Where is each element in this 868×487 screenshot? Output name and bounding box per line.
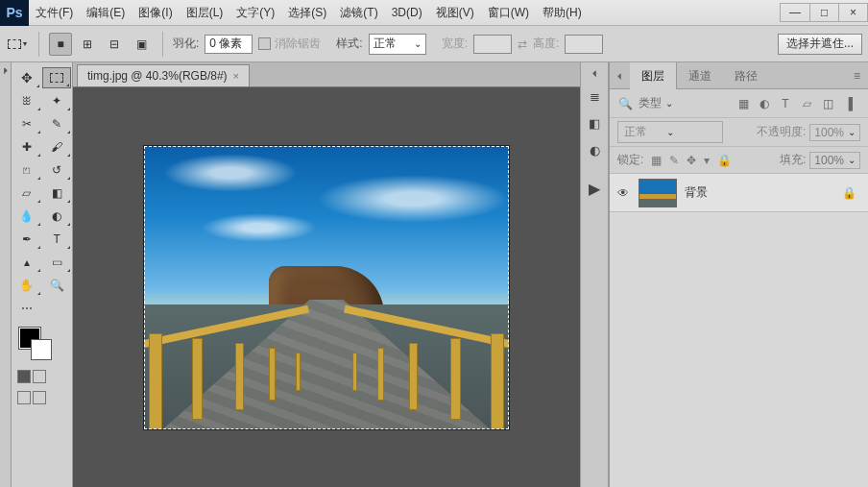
menu-file[interactable]: 文件(F) [29, 0, 80, 26]
stamp-icon: ⏍ [23, 163, 30, 177]
filter-pixel-icon[interactable]: ▦ [735, 96, 751, 111]
menu-view[interactable]: 视图(V) [429, 0, 481, 26]
color-swatches[interactable] [12, 328, 72, 366]
filter-type-label: 类型 [639, 95, 662, 111]
quick-select-tool[interactable]: ✦ [43, 90, 72, 111]
lock-icon: 🔒 [842, 186, 862, 200]
background-swatch[interactable] [31, 339, 52, 360]
menu-edit[interactable]: 编辑(E) [80, 0, 132, 26]
screen-mode-std-button[interactable] [17, 391, 31, 404]
lock-paint-icon[interactable]: ✎ [669, 154, 679, 167]
eraser-tool[interactable]: ▱ [12, 183, 41, 204]
menu-layer[interactable]: 图层(L) [180, 0, 230, 26]
dodge-tool[interactable]: ◐ [43, 206, 72, 227]
canvas-zone: timg.jpg @ 40.3%(RGB/8#) × [73, 62, 580, 487]
select-and-mask-button[interactable]: 选择并遮住... [778, 34, 862, 55]
filter-smart-icon[interactable]: ◫ [820, 96, 835, 111]
hand-tool[interactable]: ✋ [12, 275, 41, 296]
antialias-checkbox [258, 37, 271, 50]
menu-help[interactable]: 帮助(H) [536, 0, 589, 26]
canvas-view[interactable] [73, 87, 580, 487]
move-tool[interactable]: ✥ [12, 67, 40, 88]
history-brush-icon: ↺ [52, 163, 61, 177]
filter-adjust-icon[interactable]: ◐ [757, 96, 772, 111]
opacity-input[interactable]: 100% ⌄ [809, 124, 860, 141]
filter-shape-icon[interactable]: ▱ [799, 96, 814, 111]
document-tab[interactable]: timg.jpg @ 40.3%(RGB/8#) × [77, 64, 250, 86]
fill-input[interactable]: 100% ⌄ [809, 152, 860, 169]
screen-mode-full-button[interactable] [33, 391, 46, 404]
marquee-tool[interactable] [42, 67, 71, 88]
chevron-down-icon: ⌄ [665, 98, 673, 109]
lock-nest-icon[interactable]: ▾ [704, 154, 710, 167]
lock-pos-icon[interactable]: ✥ [687, 154, 696, 167]
bandage-icon: ✚ [22, 140, 32, 154]
zoom-tool[interactable]: 🔍 [43, 275, 72, 296]
crop-tool[interactable]: ✂ [12, 113, 41, 134]
menu-type[interactable]: 文字(Y) [229, 0, 281, 26]
feather-input[interactable]: 0 像素 [205, 35, 253, 54]
lasso-tool[interactable]: ꖿ [12, 90, 41, 111]
panel-menu-button[interactable]: ≡ [846, 69, 868, 83]
tab-paths[interactable]: 路径 [723, 62, 769, 89]
expand-icon[interactable]: ⏴ [610, 71, 630, 81]
tab-layers[interactable]: 图层 [630, 62, 677, 89]
layer-name[interactable]: 背景 [685, 184, 834, 201]
menu-image[interactable]: 图像(I) [132, 0, 179, 26]
subtract-selection-button[interactable]: ⊟ [103, 33, 126, 56]
filter-type-select[interactable]: 类型 ⌄ [639, 95, 730, 111]
swap-icon: ⇄ [518, 37, 527, 51]
path-select-tool[interactable]: ▴ [12, 252, 41, 273]
lock-trans-icon[interactable]: ▦ [651, 154, 662, 167]
brush-tool[interactable]: 🖌 [43, 136, 72, 158]
new-selection-button[interactable]: ■ [49, 33, 72, 56]
antialias-group: 消除锯齿 [258, 36, 321, 52]
shape-tool[interactable]: ▭ [43, 252, 72, 273]
chevron-down-icon: ▾ [23, 39, 27, 48]
expand-icon[interactable]: ⏴ [591, 68, 599, 78]
minimize-button[interactable]: — [781, 4, 809, 21]
layer-item-background[interactable]: 👁 背景 🔒 [610, 174, 868, 212]
eyedropper-icon: ✎ [52, 117, 61, 131]
menu-window[interactable]: 窗口(W) [481, 0, 536, 26]
intersect-selection-button[interactable]: ▣ [130, 33, 153, 56]
filter-type-icon[interactable]: T [778, 96, 793, 111]
pen-tool[interactable]: ✒ [12, 229, 41, 250]
left-collapse-strip[interactable]: ⏵ [0, 62, 12, 487]
menu-filter[interactable]: 滤镜(T) [333, 0, 384, 26]
canvas-image[interactable] [144, 146, 509, 429]
history-brush-tool[interactable]: ↺ [43, 159, 72, 181]
screen-mode-button[interactable] [33, 370, 46, 383]
type-tool[interactable]: T [43, 229, 72, 250]
edit-toolbar-button[interactable]: ⋯ [12, 298, 41, 319]
gradient-tool[interactable]: ◧ [43, 183, 72, 204]
eyedropper-tool[interactable]: ✎ [43, 113, 72, 134]
menu-3d[interactable]: 3D(D) [385, 0, 429, 26]
history-panel-icon[interactable]: ≣ [585, 87, 604, 105]
blend-row: 正常 ⌄ 不透明度: 100% ⌄ [610, 118, 868, 147]
quick-mask-button[interactable] [17, 370, 31, 383]
properties-panel-icon[interactable]: ◧ [585, 114, 604, 132]
app-logo: Ps [0, 0, 29, 26]
blend-mode-select[interactable]: 正常 ⌄ [617, 121, 723, 143]
tab-channels[interactable]: 通道 [677, 62, 723, 89]
stamp-tool[interactable]: ⏍ [12, 159, 41, 181]
style-select[interactable]: 正常 ⌄ [369, 34, 426, 55]
layers-list: 👁 背景 🔒 [610, 174, 868, 487]
layer-thumbnail[interactable] [639, 179, 677, 207]
close-tab-icon[interactable]: × [233, 70, 239, 82]
add-selection-button[interactable]: ⊞ [76, 33, 99, 56]
lock-label: 锁定: [617, 152, 643, 168]
lock-all-icon[interactable]: 🔒 [717, 154, 732, 167]
menu-select[interactable]: 选择(S) [281, 0, 333, 26]
tool-preset-picker[interactable]: ▾ [6, 33, 29, 56]
close-button[interactable]: × [838, 4, 867, 21]
move-icon: ✥ [21, 70, 33, 85]
healing-tool[interactable]: ✚ [12, 136, 41, 158]
actions-play-icon[interactable]: ▶ [585, 180, 604, 197]
blur-tool[interactable]: 💧 [12, 206, 41, 227]
adjustments-panel-icon[interactable]: ◐ [585, 141, 604, 158]
visibility-toggle[interactable]: 👁 [615, 186, 631, 200]
maximize-button[interactable]: □ [809, 4, 838, 21]
filter-toggle-icon[interactable]: ▌ [845, 96, 860, 111]
